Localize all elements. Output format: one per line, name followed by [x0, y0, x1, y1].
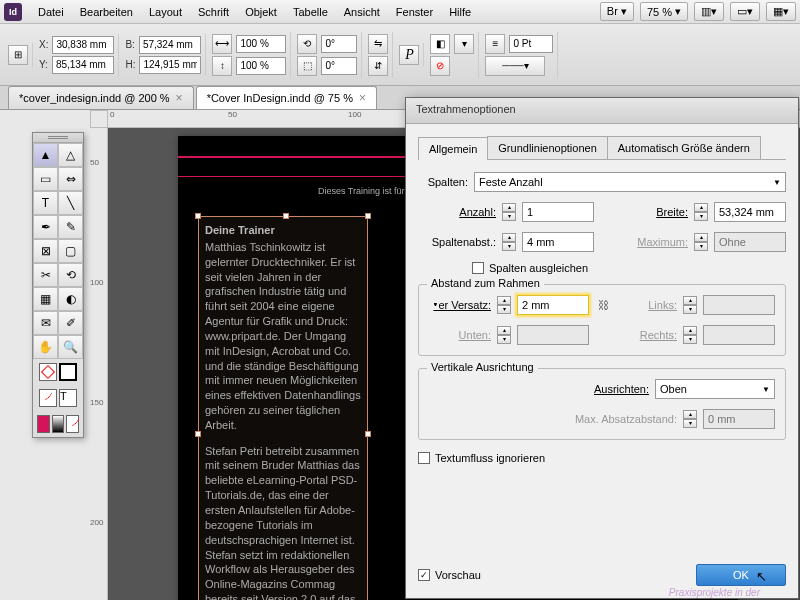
count-spinner[interactable]: ▴▾ — [502, 203, 516, 221]
balance-checkbox[interactable]: Spalten ausgleichen — [472, 262, 588, 274]
top-inset-spinner[interactable]: ▴▾ — [497, 296, 511, 314]
tab-general[interactable]: Allgemein — [418, 137, 488, 160]
top-inset-input[interactable] — [517, 295, 589, 315]
valign-fieldset: Vertikale Ausrichtung Ausrichten: Oben▼ … — [418, 368, 786, 440]
resize-handle[interactable] — [195, 213, 201, 219]
pencil-tool[interactable]: ✎ — [58, 215, 83, 239]
menu-objekt[interactable]: Objekt — [237, 3, 285, 21]
h-label: H: — [125, 59, 135, 70]
menubar: Id Datei Bearbeiten Layout Schrift Objek… — [0, 0, 800, 24]
x-input[interactable] — [52, 36, 114, 54]
w-input[interactable] — [139, 36, 201, 54]
scale-x-icon: ⟷ — [212, 34, 232, 54]
format-text[interactable]: T — [59, 389, 77, 407]
resize-handle[interactable] — [283, 213, 289, 219]
stroke-color[interactable] — [59, 363, 77, 381]
view-mode-1[interactable]: ▥▾ — [694, 2, 724, 21]
gap-tool[interactable]: ⇔ — [58, 167, 83, 191]
preview-checkbox[interactable]: ✓Vorschau — [418, 569, 481, 581]
ignore-wrap-checkbox[interactable]: Textumfluss ignorieren — [418, 452, 786, 464]
type-tool[interactable]: T — [33, 191, 58, 215]
y-input[interactable] — [52, 56, 114, 74]
scissors-tool[interactable]: ✂ — [33, 263, 58, 287]
menu-ansicht[interactable]: Ansicht — [336, 3, 388, 21]
transform-tool[interactable]: ⟲ — [58, 263, 83, 287]
line-tool[interactable]: ╲ — [58, 191, 83, 215]
para-spacing-spinner: ▴▾ — [683, 410, 697, 428]
zoom-dropdown[interactable]: 75 % ▾ — [640, 2, 688, 21]
inset-title: Abstand zum Rahmen — [427, 277, 544, 289]
text-frame[interactable]: Deine Trainer Matthias Tschinkowitz ist … — [198, 216, 368, 600]
direct-selection-tool[interactable]: △ — [58, 143, 83, 167]
text-frame-options-dialog: Textrahmenoptionen Allgemein Grundlinien… — [405, 97, 799, 599]
app-icon: Id — [4, 3, 22, 21]
menu-hilfe[interactable]: Hilfe — [441, 3, 479, 21]
zoom-tool[interactable]: 🔍 — [58, 335, 83, 359]
width-spinner[interactable]: ▴▾ — [694, 203, 708, 221]
flip-v-icon[interactable]: ⇵ — [368, 56, 388, 76]
resize-handle[interactable] — [195, 431, 201, 437]
link-icon[interactable]: ⛓ — [595, 297, 611, 313]
view-mode-2[interactable]: ▭▾ — [730, 2, 760, 21]
stroke-swatch[interactable]: ▾ — [454, 34, 474, 54]
resize-handle[interactable] — [365, 431, 371, 437]
tab-autosize[interactable]: Automatisch Größe ändern — [607, 136, 761, 159]
menu-bearbeiten[interactable]: Bearbeiten — [72, 3, 141, 21]
count-input[interactable] — [522, 202, 594, 222]
doc-tab-2[interactable]: *Cover InDesign.indd @ 75 %× — [196, 86, 377, 109]
fill-swatch[interactable]: ◧ — [430, 34, 450, 54]
shear-input[interactable] — [321, 57, 357, 75]
rotate-input[interactable] — [321, 35, 357, 53]
gradient-tool[interactable]: ▦ — [33, 287, 58, 311]
width-label: Breite: — [610, 206, 688, 218]
menu-fenster[interactable]: Fenster — [388, 3, 441, 21]
bridge-button[interactable]: Br ▾ — [600, 2, 634, 21]
frame-paragraph: Matthias Tschinkowitz ist gelernter Druc… — [205, 240, 361, 433]
cursor-icon: ↖ — [756, 569, 767, 584]
apply-none[interactable]: ⟋ — [66, 415, 79, 433]
width-input[interactable] — [714, 202, 786, 222]
panel-grip[interactable] — [33, 133, 83, 143]
stroke-weight-input[interactable] — [509, 35, 553, 53]
pen-tool[interactable]: ✒ — [33, 215, 58, 239]
right-inset-label: Rechts: — [637, 329, 677, 341]
ok-button[interactable]: OK↖ — [696, 564, 786, 586]
gutter-input[interactable] — [522, 232, 594, 252]
h-input[interactable] — [139, 56, 201, 74]
ruler-vertical[interactable]: 50 100 150 200 — [90, 128, 108, 600]
columns-label: Spalten: — [418, 176, 468, 188]
bottom-inset-label: Unten: — [429, 329, 491, 341]
flip-h-icon[interactable]: ⇋ — [368, 34, 388, 54]
gutter-spinner[interactable]: ▴▾ — [502, 233, 516, 251]
fill-color[interactable] — [39, 363, 57, 381]
selection-tool[interactable]: ▲ — [33, 143, 58, 167]
rectangle-frame-tool[interactable]: ⊠ — [33, 239, 58, 263]
tab-baseline[interactable]: Grundlinienoptionen — [487, 136, 607, 159]
menu-tabelle[interactable]: Tabelle — [285, 3, 336, 21]
menu-layout[interactable]: Layout — [141, 3, 190, 21]
apply-gradient[interactable] — [52, 415, 65, 433]
resize-handle[interactable] — [365, 213, 371, 219]
apply-color[interactable] — [37, 415, 50, 433]
eyedropper-tool[interactable]: ✐ — [58, 311, 83, 335]
rectangle-tool[interactable]: ▢ — [58, 239, 83, 263]
hand-tool[interactable]: ✋ — [33, 335, 58, 359]
close-icon[interactable]: × — [359, 91, 366, 105]
reference-point[interactable]: ⊞ — [8, 45, 28, 65]
note-tool[interactable]: ✉ — [33, 311, 58, 335]
menu-schrift[interactable]: Schrift — [190, 3, 237, 21]
close-icon[interactable]: × — [176, 91, 183, 105]
scale-y-input[interactable] — [236, 57, 286, 75]
menu-datei[interactable]: Datei — [30, 3, 72, 21]
scale-x-input[interactable] — [236, 35, 286, 53]
page-tool[interactable]: ▭ — [33, 167, 58, 191]
align-select[interactable]: Oben▼ — [655, 379, 775, 399]
para-spacing-label: Max. Absatzabstand: — [557, 413, 677, 425]
gradient-feather-tool[interactable]: ◐ — [58, 287, 83, 311]
doc-tab-1[interactable]: *cover_indesign.indd @ 200 %× — [8, 86, 194, 109]
columns-type-select[interactable]: Feste Anzahl▼ — [474, 172, 786, 192]
arrange-button[interactable]: ▦▾ — [766, 2, 796, 21]
format-container[interactable]: ⟋ — [39, 389, 57, 407]
no-fill-icon[interactable]: ⊘ — [430, 56, 450, 76]
stroke-style[interactable]: ───▾ — [485, 56, 545, 76]
